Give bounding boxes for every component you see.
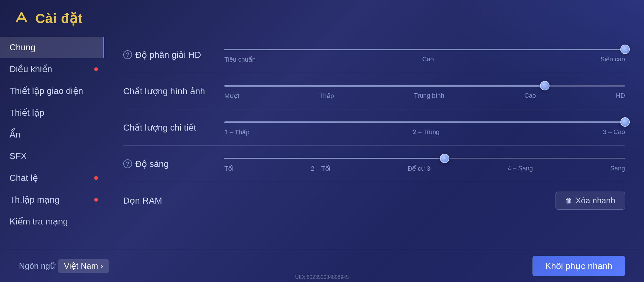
row-label-don-ram: Dọn RAM <box>123 195 224 206</box>
help-icon[interactable]: ? <box>123 159 132 168</box>
notification-dot <box>94 176 98 180</box>
slider-label: Cao <box>422 56 434 63</box>
sidebar: ChungĐiều khiểnThiết lập giao diệnThiết … <box>0 34 104 250</box>
slider-label: 3 – Cao <box>603 128 625 136</box>
row-label-text: Chất lượng hình ảnh <box>123 86 205 96</box>
slider-label: 4 – Sáng <box>507 165 533 172</box>
sidebar-item-sfx[interactable]: SFX <box>0 145 104 167</box>
row-label-do-sang: ?Độ sáng <box>123 159 224 169</box>
sidebar-item-an[interactable]: Ẩn <box>0 124 104 145</box>
slider-label: HD <box>616 92 625 100</box>
sidebar-item-chung[interactable]: Chung <box>0 37 104 58</box>
slider-label: Thấp <box>319 92 334 100</box>
slider-label: Để cứ 3 <box>408 165 430 172</box>
slider-do-phan-giai[interactable]: Tiêu chuẩnCaoSiêu cao <box>224 46 625 63</box>
logo-icon <box>13 9 30 27</box>
settings-row-don-ram: Dọn RAM🗑Xóa nhanh <box>123 182 625 219</box>
slider-label: 1 – Thấp <box>224 128 249 136</box>
settings-row-do-sang: ?Độ sángTối2 – TốiĐể cứ 34 – SángSáng <box>123 146 625 182</box>
slider-label: Trung bình <box>414 92 444 100</box>
language-badge[interactable]: Việt Nam › <box>58 259 109 273</box>
slider-label: Sáng <box>610 165 625 172</box>
page-title: Cài đặt <box>35 11 83 26</box>
row-label-text: Dọn RAM <box>123 195 162 206</box>
slider-label: Cao <box>524 92 536 100</box>
slider-thumb[interactable] <box>540 81 550 90</box>
slider-label: 2 – Trung <box>413 128 440 136</box>
settings-row-chat-luong-hinh-anh: Chất lượng hình ảnhMượtThấpTrung bìnhCao… <box>123 73 625 109</box>
xoa-nhanh-button[interactable]: 🗑Xóa nhanh <box>556 192 625 210</box>
sidebar-item-kiem-tra-mang[interactable]: Kiểm tra mạng <box>0 211 104 232</box>
sidebar-item-th-lap-mang[interactable]: Th.lập mạng <box>0 189 104 211</box>
slider-label: Siêu cao <box>600 56 625 63</box>
uid-text: UID: 802352034808945 <box>295 274 349 280</box>
language-label: Ngôn ngữ <box>19 261 55 271</box>
notification-dot <box>94 198 98 202</box>
help-icon[interactable]: ? <box>123 50 132 59</box>
slider-labels: MượtThấpTrung bìnhCaoHD <box>224 92 625 100</box>
settings-row-chat-luong-chi-tiet: Chất lượng chi tiết1 – Thấp2 – Trung3 – … <box>123 109 625 146</box>
restore-button[interactable]: Khôi phục nhanh <box>532 256 625 276</box>
slider-label: Tối <box>224 165 234 172</box>
slider-labels: Tối2 – TốiĐể cứ 34 – SángSáng <box>224 165 625 172</box>
slider-thumb[interactable] <box>620 45 630 54</box>
row-label-do-phan-giai: ?Độ phân giải HD <box>123 50 224 60</box>
chevron-right-icon: › <box>100 261 103 271</box>
slider-label: 2 – Tối <box>311 165 330 172</box>
slider-labels: Tiêu chuẩnCaoSiêu cao <box>224 56 625 63</box>
main-layout: ChungĐiều khiểnThiết lập giao diệnThiết … <box>0 34 644 250</box>
sidebar-item-chat-le[interactable]: Chat lệ <box>0 167 104 189</box>
slider-thumb[interactable] <box>440 154 449 163</box>
row-label-chat-luong-chi-tiet: Chất lượng chi tiết <box>123 122 224 133</box>
row-label-text: Độ sáng <box>135 159 169 169</box>
language-selector[interactable]: Ngôn ngữ Việt Nam › <box>19 259 109 273</box>
row-label-text: Độ phân giải HD <box>135 50 201 60</box>
header: Cài đặt <box>0 9 644 34</box>
notification-dot <box>94 67 98 71</box>
slider-label: Tiêu chuẩn <box>224 56 256 63</box>
slider-thumb[interactable] <box>620 117 630 127</box>
language-value: Việt Nam <box>64 261 98 271</box>
trash-icon: 🗑 <box>565 197 572 205</box>
bottom-bar: Ngôn ngữ Việt Nam › UID: 802352034808945… <box>0 250 644 282</box>
sidebar-item-thiet-lap[interactable]: Thiết lập <box>0 102 104 124</box>
slider-chat-luong-hinh-anh[interactable]: MượtThấpTrung bìnhCaoHD <box>224 83 625 100</box>
slider-labels: 1 – Thấp2 – Trung3 – Cao <box>224 128 625 136</box>
xoa-nhanh-label: Xóa nhanh <box>575 196 615 205</box>
settings-row-do-phan-giai: ?Độ phân giải HDTiêu chuẩnCaoSiêu cao <box>123 37 625 73</box>
slider-do-sang[interactable]: Tối2 – TốiĐể cứ 34 – SángSáng <box>224 155 625 172</box>
sidebar-item-dieu-khien[interactable]: Điều khiển <box>0 58 104 80</box>
slider-chat-luong-chi-tiet[interactable]: 1 – Thấp2 – Trung3 – Cao <box>224 119 625 136</box>
row-label-chat-luong-hinh-anh: Chất lượng hình ảnh <box>123 86 224 96</box>
sidebar-item-thiet-lap-giao-dien[interactable]: Thiết lập giao diện <box>0 80 104 102</box>
slider-label: Mượt <box>224 92 239 100</box>
row-label-text: Chất lượng chi tiết <box>123 122 196 133</box>
content-area: ?Độ phân giải HDTiêu chuẩnCaoSiêu caoChấ… <box>104 34 644 250</box>
